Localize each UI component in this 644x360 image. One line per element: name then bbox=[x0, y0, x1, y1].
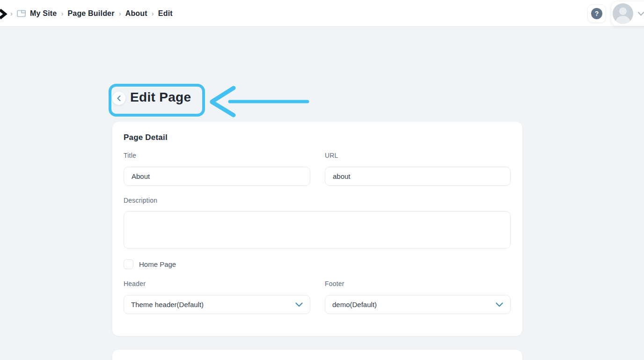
site-window-icon bbox=[17, 9, 26, 18]
chevron-left-icon bbox=[117, 96, 121, 101]
breadcrumb: › My Site › Page Builder › About › Edit bbox=[10, 0, 173, 27]
page-detail-card: Page Detail Title URL Description Home P… bbox=[112, 122, 522, 336]
footer-select-value: demo(Default) bbox=[332, 301, 377, 309]
description-label: Description bbox=[124, 197, 157, 204]
avatar bbox=[613, 3, 633, 24]
breadcrumb-item-page-builder[interactable]: Page Builder bbox=[67, 9, 114, 18]
breadcrumb-separator-icon: › bbox=[152, 9, 154, 17]
user-menu[interactable] bbox=[611, 1, 644, 26]
topbar: › My Site › Page Builder › About › Edit … bbox=[0, 0, 644, 27]
footer-select[interactable]: demo(Default) bbox=[325, 295, 511, 314]
sidebar-expand-icon[interactable] bbox=[0, 8, 8, 20]
title-label: Title bbox=[124, 152, 136, 159]
breadcrumb-separator-icon: › bbox=[119, 9, 121, 17]
title-input[interactable] bbox=[124, 167, 310, 186]
chevron-down-icon bbox=[638, 12, 644, 16]
annotation-arrow-icon bbox=[208, 82, 310, 118]
chevron-down-icon bbox=[496, 302, 503, 307]
page-title: Edit Page bbox=[130, 90, 191, 105]
header-label: Header bbox=[124, 280, 146, 287]
back-button[interactable] bbox=[112, 92, 125, 105]
breadcrumb-item-my-site[interactable]: My Site bbox=[30, 9, 57, 18]
help-button[interactable]: ? bbox=[587, 4, 606, 23]
url-label: URL bbox=[325, 152, 338, 159]
breadcrumb-item-about[interactable]: About bbox=[125, 9, 147, 18]
home-page-checkbox-row[interactable]: Home Page bbox=[124, 259, 176, 269]
description-textarea[interactable] bbox=[124, 211, 511, 249]
breadcrumb-separator-icon: › bbox=[10, 9, 13, 17]
seo-detail-card: SEO Detail Meta Title Meta Keywords bbox=[112, 350, 522, 360]
footer-label: Footer bbox=[325, 280, 344, 287]
home-page-label: Home Page bbox=[139, 260, 176, 268]
page-detail-heading: Page Detail bbox=[124, 133, 168, 142]
chevron-down-icon bbox=[295, 302, 303, 307]
header-select-value: Theme header(Default) bbox=[131, 301, 204, 309]
breadcrumb-item-edit[interactable]: Edit bbox=[158, 9, 173, 18]
question-mark-icon: ? bbox=[591, 8, 602, 19]
url-input[interactable] bbox=[325, 167, 511, 186]
breadcrumb-separator-icon: › bbox=[61, 9, 63, 17]
header-select[interactable]: Theme header(Default) bbox=[124, 295, 310, 314]
main-content: Edit Page Page Detail Title URL Descript… bbox=[0, 27, 644, 360]
home-page-checkbox[interactable] bbox=[124, 259, 133, 269]
